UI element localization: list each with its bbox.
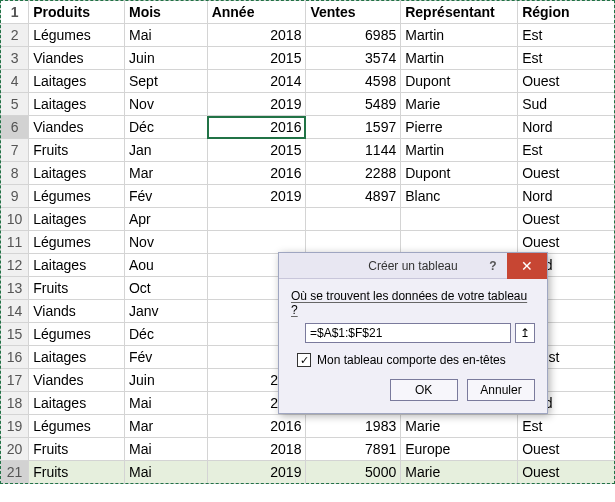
cell[interactable]: Laitages xyxy=(29,93,125,116)
row-header[interactable]: 19 xyxy=(1,415,29,438)
cell[interactable]: 3574 xyxy=(306,47,401,70)
cell[interactable]: 2019 xyxy=(207,461,306,484)
cell[interactable]: Mai xyxy=(124,461,207,484)
column-header-produits[interactable]: Produits xyxy=(29,1,125,24)
cell[interactable]: 7891 xyxy=(306,438,401,461)
cell[interactable]: Mar xyxy=(124,415,207,438)
cell[interactable]: Dupont xyxy=(401,70,518,93)
cell[interactable]: Sud xyxy=(518,93,615,116)
row-header[interactable]: 3 xyxy=(1,47,29,70)
cell[interactable]: Légumes xyxy=(29,323,125,346)
cell[interactable]: 1144 xyxy=(306,139,401,162)
cell[interactable]: Marie xyxy=(401,93,518,116)
cell[interactable]: Ouest xyxy=(518,231,615,254)
row-header[interactable]: 13 xyxy=(1,277,29,300)
cell[interactable]: Martin xyxy=(401,139,518,162)
range-selector-button[interactable]: ↥ xyxy=(515,323,535,343)
cell[interactable]: Janv xyxy=(124,300,207,323)
cell[interactable]: 2015 xyxy=(207,47,306,70)
cell[interactable]: 1983 xyxy=(306,415,401,438)
cell[interactable]: Pierre xyxy=(401,116,518,139)
cell[interactable]: Laitages xyxy=(29,254,125,277)
cell[interactable]: Fév xyxy=(124,185,207,208)
row-header[interactable]: 17 xyxy=(1,369,29,392)
cell[interactable]: 2018 xyxy=(207,438,306,461)
cell[interactable]: Fruits xyxy=(29,277,125,300)
cell[interactable]: Juin xyxy=(124,369,207,392)
cell[interactable]: Laitages xyxy=(29,392,125,415)
cell[interactable]: Est xyxy=(518,415,615,438)
cell[interactable]: 2019 xyxy=(207,185,306,208)
cell[interactable]: Marie xyxy=(401,415,518,438)
cell[interactable]: 2019 xyxy=(207,93,306,116)
cell[interactable]: Mar xyxy=(124,162,207,185)
cell[interactable]: Blanc xyxy=(401,185,518,208)
cell[interactable]: Est xyxy=(518,24,615,47)
cell[interactable]: Ouest xyxy=(518,461,615,484)
cell[interactable]: 5000 xyxy=(306,461,401,484)
cell[interactable]: 2014 xyxy=(207,70,306,93)
row-header[interactable]: 2 xyxy=(1,24,29,47)
cell[interactable]: 2016 xyxy=(207,162,306,185)
cell[interactable] xyxy=(401,231,518,254)
cell[interactable] xyxy=(207,208,306,231)
cell[interactable]: Ouest xyxy=(518,162,615,185)
row-header[interactable]: 16 xyxy=(1,346,29,369)
cell[interactable] xyxy=(207,231,306,254)
cell[interactable] xyxy=(306,231,401,254)
row-header[interactable]: 6 xyxy=(1,116,29,139)
cancel-button[interactable]: Annuler xyxy=(467,379,535,401)
cell[interactable]: Jan xyxy=(124,139,207,162)
row-header[interactable]: 8 xyxy=(1,162,29,185)
cell[interactable]: Déc xyxy=(124,323,207,346)
cell[interactable]: Fév xyxy=(124,346,207,369)
cell[interactable]: Fruits xyxy=(29,461,125,484)
cell[interactable]: Laitages xyxy=(29,346,125,369)
cell[interactable]: Légumes xyxy=(29,24,125,47)
row-header[interactable]: 15 xyxy=(1,323,29,346)
column-header-region[interactable]: Région xyxy=(518,1,615,24)
cell[interactable]: Ouest xyxy=(518,208,615,231)
dialog-titlebar[interactable]: Créer un tableau ? ✕ xyxy=(279,253,547,279)
cell[interactable]: 2018 xyxy=(207,24,306,47)
cell[interactable]: Déc xyxy=(124,116,207,139)
cell[interactable]: Viandes xyxy=(29,369,125,392)
row-header[interactable]: 5 xyxy=(1,93,29,116)
cell[interactable]: Est xyxy=(518,47,615,70)
help-button[interactable]: ? xyxy=(483,253,503,279)
cell[interactable]: Viandes xyxy=(29,47,125,70)
row-header[interactable]: 11 xyxy=(1,231,29,254)
cell[interactable]: 4598 xyxy=(306,70,401,93)
row-header[interactable]: 21 xyxy=(1,461,29,484)
cell[interactable]: Europe xyxy=(401,438,518,461)
cell[interactable]: Nov xyxy=(124,93,207,116)
cell[interactable]: Oct xyxy=(124,277,207,300)
column-header-ventes[interactable]: Ventes xyxy=(306,1,401,24)
cell[interactable]: Aou xyxy=(124,254,207,277)
cell[interactable]: 6985 xyxy=(306,24,401,47)
cell[interactable]: 2016 xyxy=(207,116,306,139)
cell[interactable]: Légumes xyxy=(29,231,125,254)
row-header[interactable]: 18 xyxy=(1,392,29,415)
cell[interactable]: 4897 xyxy=(306,185,401,208)
cell[interactable]: Fruits xyxy=(29,139,125,162)
column-header-annee[interactable]: Année xyxy=(207,1,306,24)
cell[interactable]: Mai xyxy=(124,24,207,47)
cell[interactable]: Viandes xyxy=(29,116,125,139)
column-header-mois[interactable]: Mois xyxy=(124,1,207,24)
row-header[interactable]: 12 xyxy=(1,254,29,277)
cell[interactable]: Légumes xyxy=(29,185,125,208)
row-header[interactable]: 4 xyxy=(1,70,29,93)
cell[interactable]: 2015 xyxy=(207,139,306,162)
cell[interactable]: Nov xyxy=(124,231,207,254)
row-header[interactable]: 14 xyxy=(1,300,29,323)
cell[interactable]: Ouest xyxy=(518,438,615,461)
cell[interactable]: Fruits xyxy=(29,438,125,461)
row-header[interactable]: 1 xyxy=(1,1,29,24)
row-header[interactable]: 7 xyxy=(1,139,29,162)
cell[interactable]: 1597 xyxy=(306,116,401,139)
column-header-rep[interactable]: Représentant xyxy=(401,1,518,24)
cell[interactable]: Ouest xyxy=(518,70,615,93)
cell[interactable]: Nord xyxy=(518,116,615,139)
cell[interactable]: Marie xyxy=(401,461,518,484)
